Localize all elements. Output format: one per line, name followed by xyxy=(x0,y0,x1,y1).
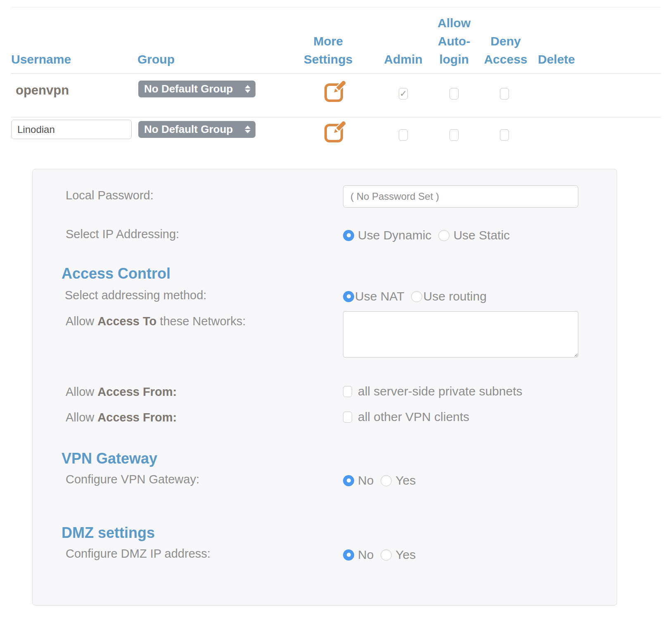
top-divider xyxy=(11,7,661,7)
group-select-value: No Default Group xyxy=(144,83,233,95)
vpn-clients-checkbox[interactable] xyxy=(343,412,352,423)
use-nat-radio[interactable] xyxy=(343,291,354,302)
addressing-method-label: Select addressing method: xyxy=(65,289,206,302)
autologin-checkbox-new-user[interactable] xyxy=(450,129,459,141)
deny-checkbox-new-user[interactable] xyxy=(500,129,509,141)
vpn-clients-label: all other VPN clients xyxy=(358,410,469,424)
access-from-label-2: Allow Access From: xyxy=(66,411,177,424)
admin-checkbox-new-user[interactable] xyxy=(399,129,408,141)
dmz-radio-group: No Yes xyxy=(343,548,416,562)
dmz-no-radio[interactable] xyxy=(343,549,354,561)
networks-textarea[interactable] xyxy=(343,311,578,357)
more-settings-edit-button[interactable] xyxy=(324,121,345,143)
local-password-label: Local Password: xyxy=(66,189,154,202)
column-header-group: Group xyxy=(137,50,175,69)
header-divider xyxy=(11,73,661,74)
vpn-gateway-yes-radio[interactable] xyxy=(381,475,392,486)
updown-arrows-icon xyxy=(245,85,251,93)
vpn-gateway-no-label: No xyxy=(358,473,374,487)
private-subnets-label: all server-side private subnets xyxy=(358,384,523,398)
user-settings-panel: Local Password: Select IP Addressing: Us… xyxy=(32,169,617,606)
vpn-gateway-no-radio[interactable] xyxy=(343,475,354,486)
access-from-row-2: all other VPN clients xyxy=(343,410,469,424)
ip-addressing-radio-group: Use Dynamic Use Static xyxy=(343,228,510,242)
check-icon: ✓ xyxy=(400,89,407,98)
dmz-yes-label: Yes xyxy=(395,548,416,562)
vpn-gateway-radio-group: No Yes xyxy=(343,473,416,487)
dmz-yes-radio[interactable] xyxy=(381,549,392,561)
use-dynamic-label: Use Dynamic xyxy=(358,228,431,242)
vpn-gateway-heading: VPN Gateway xyxy=(62,450,157,467)
dmz-no-label: No xyxy=(358,548,374,562)
configure-vpn-gateway-label: Configure VPN Gateway: xyxy=(66,473,199,486)
updown-arrows-icon xyxy=(245,125,251,133)
access-from-row-1: all server-side private subnets xyxy=(343,384,523,398)
row-divider xyxy=(11,117,661,118)
column-header-allow-autologin: Allow Auto-login xyxy=(429,14,479,69)
use-routing-radio[interactable] xyxy=(411,291,422,302)
use-nat-label: Use NAT xyxy=(355,289,404,303)
ip-addressing-label: Select IP Addressing: xyxy=(66,227,179,241)
more-settings-edit-button[interactable] xyxy=(324,81,345,102)
group-select-new-user[interactable]: No Default Group xyxy=(138,121,256,138)
deny-checkbox-openvpn[interactable] xyxy=(500,88,509,99)
local-password-input[interactable] xyxy=(343,185,578,208)
configure-dmz-label: Configure DMZ IP address: xyxy=(66,547,211,561)
group-select-value: No Default Group xyxy=(144,123,233,136)
use-static-label: Use Static xyxy=(453,228,510,242)
admin-checkbox-openvpn[interactable]: ✓ xyxy=(399,88,408,99)
use-routing-label: Use routing xyxy=(423,289,486,303)
use-dynamic-radio[interactable] xyxy=(343,230,354,241)
user-permissions-screen: Username Group More Settings Admin Allow… xyxy=(0,0,672,620)
new-username-input[interactable] xyxy=(11,120,132,139)
column-header-more-settings: More Settings xyxy=(297,32,359,69)
vpn-gateway-yes-label: Yes xyxy=(395,473,416,487)
column-header-admin: Admin xyxy=(379,50,428,69)
username-openvpn: openvpn xyxy=(16,83,69,98)
edit-pencil-icon xyxy=(324,121,345,143)
access-from-label-1: Allow Access From: xyxy=(66,385,177,399)
group-select-openvpn[interactable]: No Default Group xyxy=(138,80,256,97)
use-static-radio[interactable] xyxy=(438,230,450,241)
dmz-settings-heading: DMZ settings xyxy=(62,524,155,542)
edit-pencil-icon xyxy=(324,81,345,102)
access-to-label: Allow Access To these Networks: xyxy=(66,315,246,328)
column-header-deny-access: Deny Access xyxy=(478,32,533,69)
addressing-method-radio-group: Use NAT Use routing xyxy=(343,289,487,303)
autologin-checkbox-openvpn[interactable] xyxy=(450,88,459,99)
private-subnets-checkbox[interactable] xyxy=(343,386,352,397)
access-control-heading: Access Control xyxy=(62,265,170,282)
column-header-username: Username xyxy=(11,50,71,69)
column-header-delete: Delete xyxy=(530,50,583,69)
